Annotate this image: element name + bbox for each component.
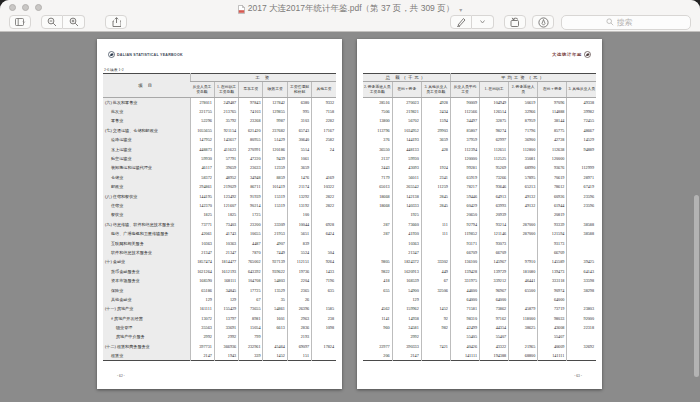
value-cell: 57895 [509,173,538,182]
value-cell: 33302 [421,257,450,266]
highlight-button[interactable] [450,15,472,29]
table-row: 2877366011192794932142870009333938588 [363,220,596,229]
scrollbar-thumb[interactable] [694,195,699,377]
value-cell: 6380 [287,98,311,107]
value-cell: 93171 [450,238,479,247]
value-cell: 129 [214,295,238,304]
zoom-out-button[interactable] [41,15,63,29]
item-cell: 租赁业 [103,351,190,360]
value-cell: 145589 [538,257,567,266]
title-chevron-down-icon[interactable]: ▾ [459,6,462,13]
pdf-page-left: DALIAN STATISTICAL YEARBOOK 2-6 续表 1-2 项… [97,39,342,389]
yearbook-logo-icon [584,51,591,58]
table-row: 21375993012000011252535081120000 [363,154,596,163]
value-cell [363,210,392,219]
value-cell: 1814477 [214,257,238,266]
rotate-button[interactable] [504,15,526,29]
value-cell: 26396 [287,304,311,313]
table-row: 保险业651863484517725135292365635 [103,285,336,294]
table-row: 电信、广播电视和卫星传输服务42061417431065521953565164… [103,229,336,238]
value-cell: 72455 [567,116,596,125]
document-area[interactable]: DALIAN STATISTICAL YEARBOOK 2-6 续表 1-2 项… [0,33,700,402]
value-cell [312,154,336,163]
value-cell: 65743 [287,126,311,135]
value-cell: 448133 [392,144,421,153]
table-row: 206214714111119438868800141111 [363,351,596,360]
value-cell: 1141 [363,313,392,322]
value-cell: 366936 [214,342,238,351]
value-cell: 1594 [421,116,450,125]
column-header: 工资性津贴和补贴 [287,82,311,98]
value-cell: 32506 [421,285,450,294]
table-row: 9822162091344913942813972918108013947364… [363,267,596,276]
value-cell: 1825 [190,210,214,219]
value-cell: 1824372 [392,257,421,266]
table-row: 2297739033374214042643322219654060932692 [363,342,596,351]
value-cell: 1621264 [190,267,214,276]
value-cell [567,238,596,247]
column-header: 2. 劳务派遣人员工资总额 [363,82,392,98]
table-row: 道路运输业1479521436178095551429306402582 [103,135,336,144]
value-cell: 151 [287,351,311,360]
table-row: 软件和信息技术服务业2134721347787074495524504 [103,248,336,257]
value-cell: 43322 [480,342,509,351]
titlebar: 2017 大连2017年统计年鉴.pdf（第 37 页，共 309 页） ▾ [0,0,700,13]
value-cell: 10044 [287,220,311,229]
item-cell: (七) 交通运输、仓储和邮政业 [103,126,190,135]
value-cell: 93214 [480,220,509,229]
markup-button[interactable] [532,15,554,29]
value-cell: 21347 [214,248,238,257]
value-cell: 43608 [538,323,567,332]
item-cell: 房地产中介服务 [103,332,190,341]
value-cell: 1620913 [392,267,421,276]
value-cell: 34497 [450,116,479,125]
value-cell: 86711 [239,182,263,191]
value-cell: 145967 [480,257,509,266]
value-cell: 23596 [567,201,596,210]
table-row: (六) 批发和零售业278011249487978431278426380933… [103,98,336,107]
value-cell: 1452 [263,351,287,360]
table-row: 37614419336593795962997369004272814529 [363,135,596,144]
value-cell: 12359 [263,163,287,172]
value-cell: 98310 [450,313,479,322]
share-icon [112,17,121,27]
value-cell: 7421 [421,342,450,351]
value-cell: 5514 [287,144,311,153]
item-cell: (六) 批发和零售业 [103,98,190,107]
value-cell: 44600 [450,285,479,294]
value-cell: 121594 [538,229,567,238]
left-page-header-text: DALIAN STATISTICAL YEARBOOK [117,53,183,57]
value-cell: 18668 [363,191,392,200]
value-cell: 42061 [190,229,214,238]
value-cell: 41930 [392,229,421,238]
view-menu-button[interactable] [9,15,31,29]
column-header: 3. 其他从业人员工资总额 [421,82,450,98]
value-cell: 14938 [392,313,421,322]
item-cell: (十二) 租赁和商务服务业 [103,342,190,351]
value-cell: 62997 [480,135,509,144]
wage-group-header: 工 资 [190,74,336,82]
value-cell [567,351,596,360]
value-cell: 54803 [263,276,287,285]
highlight-options-button[interactable] [472,15,494,29]
value-cell: 65919 [450,173,479,182]
value-cell: 55405 [450,332,479,341]
value-cell: 120000 [538,154,567,163]
item-cell: # 房地产开发经营 [103,313,190,322]
markup-pencil-icon [538,17,549,28]
value-cell: 1943 [214,351,238,360]
search-field[interactable] [561,15,691,30]
value-cell: 939622 [263,267,287,276]
item-cell: 保险业 [103,285,190,294]
share-button[interactable] [105,15,127,29]
value-cell: 428 [421,144,450,153]
value-cell [312,163,336,172]
column-header: 基本工资 [239,82,263,98]
value-cell [312,351,336,360]
item-cell: 软件和信息技术服务业 [103,248,190,257]
scrollbar[interactable] [693,63,699,394]
zoom-in-button[interactable] [63,15,85,29]
value-cell: 287 [363,229,392,238]
search-input[interactable] [617,18,647,27]
value-cell: 14529 [567,135,596,144]
